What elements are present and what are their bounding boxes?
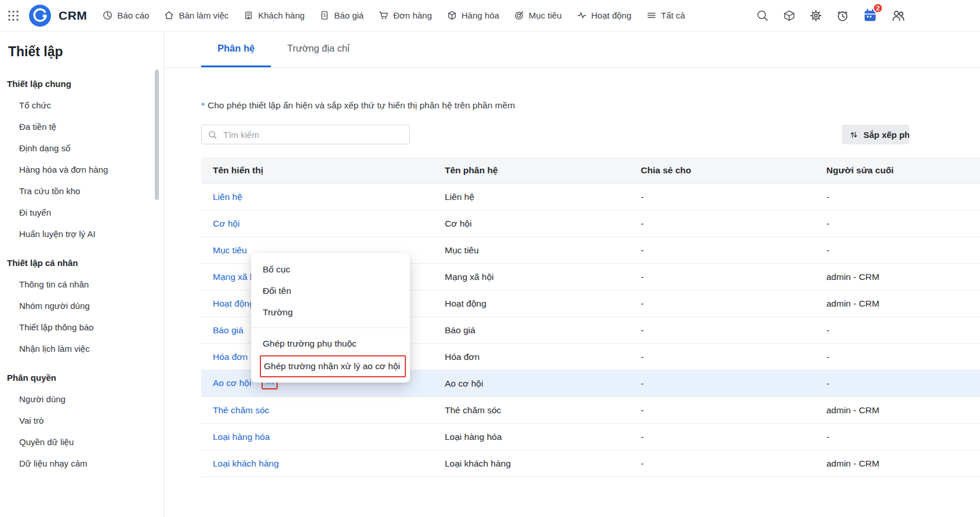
activity-icon [576, 10, 587, 21]
tab-phan-he[interactable]: Phân hệ [201, 31, 271, 67]
sort-button[interactable]: Sắp xếp ph [842, 125, 909, 144]
sidebar-item-quyen-du-lieu[interactable]: Quyền dữ liệu [7, 431, 164, 453]
sidebar-item-nhan-lich-lam-viec[interactable]: Nhận lịch làm việc [7, 338, 164, 359]
table-row[interactable]: Liên hệ Liên hệ - - [201, 184, 980, 210]
cell-share: - [629, 432, 815, 442]
cell-module-name: Hóa đơn [433, 352, 629, 362]
cell-editor: - [815, 219, 980, 229]
sidebar-item-hang-hoa-va-don-hang[interactable]: Hàng hóa và đơn hàng [7, 159, 164, 180]
customer-building-icon [243, 10, 254, 21]
sidebar-item-thiet-lap-thong-bao[interactable]: Thiết lập thông báo [7, 316, 164, 338]
nav-label: Đơn hàng [393, 10, 432, 20]
alarm-clock-icon[interactable] [836, 9, 850, 23]
cell-share: - [629, 219, 815, 229]
cell-module-name: Mạng xã hội [433, 272, 629, 282]
sidebar-section-thiet-lap-ca-nhan: Thiết lập cá nhân [7, 252, 164, 274]
note-text: Cho phép thiết lập ẩn hiện và sắp xếp th… [208, 100, 515, 110]
sidebar-item-du-lieu-nhay-cam[interactable]: Dữ liệu nhạy cảm [7, 453, 164, 474]
table-row[interactable]: Loại khách hàng Loại khách hàng - admin … [201, 450, 980, 477]
search-box[interactable] [201, 125, 410, 144]
nav-label: Hoạt động [591, 10, 631, 20]
cell-display-name[interactable]: Thẻ chăm sóc [201, 405, 433, 416]
menu-item-bo-cuc[interactable]: Bố cục [251, 258, 410, 280]
nav-item-don-hang[interactable]: Đơn hàng [378, 10, 432, 21]
nav-label: Hàng hóa [462, 10, 499, 20]
table-row[interactable]: Cơ hội Cơ hội - - [201, 210, 980, 237]
cell-editor: admin - CRM [815, 298, 980, 309]
page-title: Thiết lập [8, 44, 164, 60]
sidebar-scrollbar[interactable] [155, 70, 159, 200]
sidebar-item-thong-tin-ca-nhan[interactable]: Thông tin cá nhân [7, 274, 164, 295]
nav-label: Bàn làm việc [179, 10, 228, 20]
tab-truong-dia-chi[interactable]: Trường địa chỉ [271, 31, 365, 67]
nav-item-ban-lam-viec[interactable]: Bàn làm việc [164, 10, 228, 21]
app-launcher-grid-icon[interactable] [7, 9, 20, 22]
description-note: *Cho phép thiết lập ẩn hiện và sắp xếp t… [201, 100, 980, 111]
search-icon[interactable] [756, 9, 770, 23]
tab-label: Trường địa chỉ [287, 43, 349, 54]
nav-item-hoat-dong[interactable]: Hoạt động [576, 10, 631, 21]
sidebar-item-to-chuc[interactable]: Tổ chức [7, 94, 164, 116]
sidebar-item-tra-cuu-ton-kho[interactable]: Tra cứu tồn kho [7, 180, 164, 202]
cell-share: - [629, 458, 815, 469]
col-header-chia-se-cho: Chia sẻ cho [629, 165, 815, 176]
cell-display-name[interactable]: Loại khách hàng [201, 458, 433, 469]
menu-item-doi-ten[interactable]: Đổi tên [251, 280, 410, 301]
cell-display-name[interactable]: Loại hàng hóa [201, 432, 433, 442]
menu-item-ghep-truong-phu-thuoc[interactable]: Ghép trường phụ thuộc [251, 333, 410, 354]
cell-editor: - [815, 325, 980, 336]
nav-item-khach-hang[interactable]: Khách hàng [243, 10, 304, 21]
goods-box-icon [447, 10, 458, 21]
nav-item-bao-cao[interactable]: Báo cáo [102, 10, 149, 21]
workspace-icon [164, 10, 175, 21]
sidebar-item-vai-tro[interactable]: Vai trò [7, 410, 164, 431]
report-icon [102, 10, 113, 21]
col-header-nguoi-sua-cuoi: Người sửa cuối [815, 165, 980, 176]
main-content: Phân hệ Trường địa chỉ *Cho phép thiết l… [164, 31, 980, 517]
sidebar-item-huan-luyen-tro-ly-ai[interactable]: Huấn luyện trợ lý AI [7, 223, 164, 245]
row-link-ao-co-hoi[interactable]: Ao cơ hội [213, 378, 251, 388]
calendar-icon[interactable]: 2 [862, 8, 878, 23]
cell-editor: - [815, 352, 980, 362]
cell-editor: admin - CRM [815, 405, 980, 416]
cell-editor: - [815, 192, 980, 202]
search-input[interactable] [222, 129, 404, 140]
cell-share: - [629, 405, 815, 416]
package-icon[interactable] [782, 9, 796, 23]
sidebar-item-nhom-nguoi-dung[interactable]: Nhóm người dùng [7, 295, 164, 316]
cell-module-name: Mục tiêu [433, 245, 629, 256]
sidebar-item-nguoi-dung[interactable]: Người dùng [7, 388, 164, 410]
sidebar-section-thiet-lap-chung: Thiết lập chung [7, 73, 164, 94]
topbar: CRM Báo cáo Bàn làm việc Khách hàng [0, 0, 980, 31]
col-header-ten-phan-he: Tên phân hệ [433, 165, 629, 176]
tab-bar: Phân hệ Trường địa chỉ [164, 31, 980, 68]
sidebar-section-phan-quyen: Phân quyền [7, 367, 164, 388]
table-row[interactable]: Thẻ chăm sóc Thẻ chăm sóc - admin - CRM [201, 397, 980, 424]
nav-label: Báo giá [334, 10, 364, 20]
menu-item-ghep-truong-nhan-xu-ly-ao-co-hoi[interactable]: Ghép trường nhận xử lý ao cơ hội [260, 355, 406, 377]
nav-item-muc-tieu[interactable]: Mục tiêu [514, 10, 562, 21]
menu-item-truong[interactable]: Trường [251, 301, 410, 323]
nav-item-tat-ca[interactable]: Tất cả [646, 10, 685, 21]
sidebar-item-da-tien-te[interactable]: Đa tiền tệ [7, 116, 164, 137]
tab-label: Phân hệ [217, 43, 255, 54]
row-context-menu: Bố cục Đổi tên Trường Ghép trường phụ th… [251, 253, 410, 383]
nav-item-hang-hoa[interactable]: Hàng hóa [447, 10, 499, 21]
cell-module-name: Loại khách hàng [433, 458, 629, 469]
cell-editor: - [815, 245, 980, 256]
users-icon[interactable] [891, 8, 906, 23]
sidebar-item-dinh-dang-so[interactable]: Định dạng số [7, 137, 164, 159]
crm-logo-icon[interactable] [29, 5, 51, 27]
quote-document-icon: $ [319, 10, 330, 21]
table-row[interactable]: Loại hàng hóa Loại hàng hóa - - [201, 424, 980, 450]
cell-display-name[interactable]: Liên hệ [201, 192, 433, 202]
settings-gear-icon[interactable] [809, 9, 823, 23]
cell-share: - [629, 298, 815, 309]
nav-item-bao-gia[interactable]: $ Báo giá [319, 10, 364, 21]
cell-module-name: Loại hàng hóa [433, 432, 629, 442]
cell-share: - [629, 245, 815, 256]
sidebar-item-di-tuyen[interactable]: Đi tuyến [7, 202, 164, 223]
cell-display-name[interactable]: Cơ hội [201, 219, 433, 229]
nav-label: Khách hàng [258, 10, 304, 20]
cell-editor: - [815, 378, 980, 389]
